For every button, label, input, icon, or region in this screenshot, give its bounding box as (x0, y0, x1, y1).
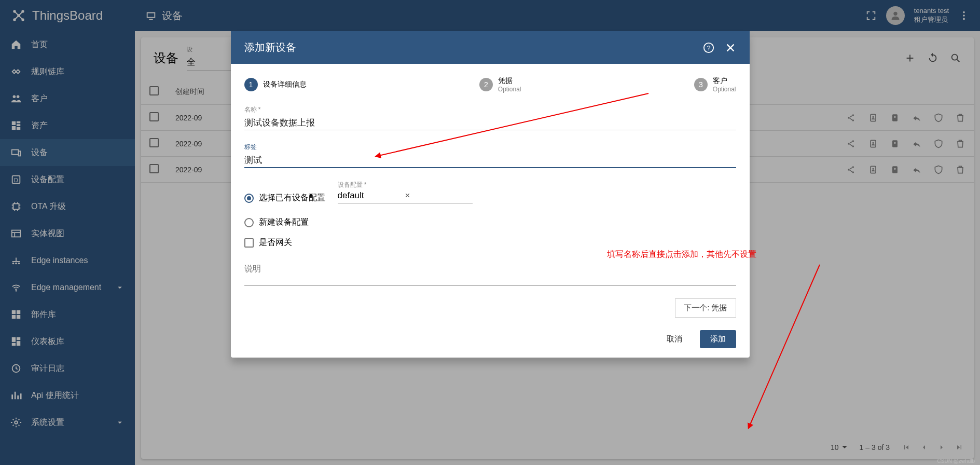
close-icon[interactable] (725, 42, 736, 53)
step-label: 设备详细信息 (263, 80, 307, 89)
label-input[interactable] (244, 153, 736, 168)
profile-value: default (338, 190, 405, 201)
name-label: 名称 * (244, 105, 736, 114)
modal-title: 添加新设备 (244, 40, 296, 54)
stepper: 1设备详细信息2凭据Optional3客户Optional (244, 76, 736, 93)
step-3[interactable]: 3客户Optional (694, 76, 736, 93)
new-profile-label: 新建设备配置 (259, 217, 309, 228)
step-sublabel: Optional (713, 86, 736, 93)
step-sublabel: Optional (498, 86, 521, 93)
modal-overlay: 添加新设备 ? 1设备详细信息2凭据Optional3客户Optional 名称… (0, 0, 980, 465)
step-label: 客户 (713, 76, 736, 86)
name-field: 名称 * (244, 105, 736, 130)
cancel-button[interactable]: 取消 (656, 330, 693, 348)
profile-select[interactable]: default × (338, 190, 473, 203)
profile-label: 设备配置 * (338, 181, 473, 189)
add-device-modal: 添加新设备 ? 1设备详细信息2凭据Optional3客户Optional 名称… (231, 31, 750, 358)
watermark: CSDN @zwhdlb (937, 458, 975, 464)
existing-profile-radio[interactable] (244, 194, 254, 203)
step-circle: 1 (244, 78, 258, 91)
step-2[interactable]: 2凭据Optional (479, 76, 521, 93)
step-label: 凭据 (498, 76, 521, 86)
existing-profile-label: 选择已有设备配置 (259, 193, 325, 203)
clear-profile-icon[interactable]: × (405, 190, 473, 201)
svg-text:?: ? (707, 44, 710, 51)
annotation-arrow-2 (742, 259, 825, 431)
add-button[interactable]: 添加 (700, 330, 736, 348)
next-button[interactable]: 下一个: 凭据 (675, 298, 736, 318)
svg-line-53 (750, 265, 820, 426)
step-1[interactable]: 1设备详细信息 (244, 76, 307, 93)
step-circle: 3 (694, 78, 708, 91)
new-profile-radio[interactable] (244, 218, 254, 227)
help-icon[interactable]: ? (703, 42, 714, 53)
label-field: 标签 (244, 143, 736, 168)
gateway-label: 是否网关 (259, 237, 292, 248)
gateway-checkbox[interactable] (244, 238, 254, 248)
step-circle: 2 (479, 78, 493, 91)
label-label: 标签 (244, 143, 736, 152)
name-input[interactable] (244, 115, 736, 130)
description-input[interactable] (244, 261, 736, 286)
